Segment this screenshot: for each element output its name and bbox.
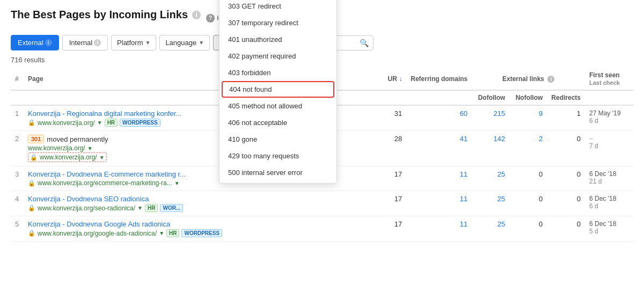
external-info-icon: i — [45, 39, 52, 46]
url-1: www.konverzija.org/ — [38, 119, 95, 127]
url-4: www.konverzija.org/seo-radionica/ — [38, 204, 135, 212]
col-header-nofollow: Nofollow — [509, 90, 547, 105]
dropdown-item-307[interactable]: 307 temporary redirect — [219, 14, 336, 31]
nofollow-link-1[interactable]: 9 — [539, 109, 543, 118]
tab-internal[interactable]: Internal i — [62, 35, 108, 50]
dropdown-item-406[interactable]: 406 not acceptable — [219, 114, 336, 131]
search-icon[interactable]: 🔍 — [360, 39, 369, 47]
dofollow-link-2[interactable]: 142 — [494, 135, 506, 143]
dropdown-item-402[interactable]: 402 payment required — [219, 48, 336, 64]
dropdown-item-405[interactable]: 405 method not allowed — [219, 98, 336, 114]
badge-wp-5: WORDPRESS — [181, 229, 222, 237]
url-arrow-3[interactable]: ▼ — [174, 180, 180, 186]
rd-link-5[interactable]: 11 — [460, 220, 467, 228]
col-header-firstseen: First seen Last check — [585, 68, 633, 90]
lock-icon-1: 🔒 — [28, 119, 35, 126]
lock-icon-3: 🔒 — [28, 180, 35, 187]
url-5: www.konverzija.org/google-ads-radionica/ — [38, 230, 157, 237]
http-code-dropdown-menu: All 200 ok 301 moved permanently 302 red… — [219, 0, 337, 184]
badge-wp-4: WOR... — [160, 204, 183, 212]
rd-link-1[interactable]: 60 — [460, 109, 467, 118]
dofollow-link-3[interactable]: 25 — [497, 170, 505, 178]
badge-hr-5: HR — [166, 229, 179, 237]
page-link-5[interactable]: Konverzija - Dvodnevna Google Ads radion… — [28, 220, 375, 228]
internal-info-icon: i — [94, 39, 101, 46]
dropdown-item-401[interactable]: 401 unauthorized — [219, 31, 336, 48]
dofollow-link-1[interactable]: 215 — [494, 109, 506, 118]
lock-icon-2: 🔒 — [30, 154, 38, 161]
badge-301: 301 — [28, 135, 44, 143]
url-2a: www.konverzija.org/ — [28, 144, 85, 152]
dropdown-item-500[interactable]: 500 internal server error — [219, 164, 336, 181]
lock-icon-4: 🔒 — [28, 204, 35, 211]
rd-link-4[interactable]: 11 — [460, 195, 467, 203]
col-header-redirects: Redirects — [547, 90, 585, 105]
language-caret-icon: ▼ — [199, 40, 204, 46]
badge-hr-1: HR — [105, 119, 118, 127]
ur-sort-icon: ↓ — [399, 75, 402, 83]
col-header-external-links: External links i — [472, 68, 585, 90]
table-wrapper: # Page UR ↓ Referring domains External l… — [11, 68, 633, 242]
rd-link-3[interactable]: 11 — [460, 170, 467, 178]
title-info-icon[interactable]: i — [192, 11, 201, 19]
platform-caret-icon: ▼ — [145, 40, 150, 46]
url-arrow-5[interactable]: ▼ — [159, 230, 164, 236]
url-3: www.konverzija.org/ecommerce-marketing-r… — [38, 179, 172, 187]
nofollow-link-2[interactable]: 2 — [539, 135, 543, 143]
badge-wp-1: WORDPRESS — [120, 119, 160, 127]
page-link-4[interactable]: Konverzija - Dvodnevna SEO radionica — [28, 195, 375, 203]
rd-link-2[interactable]: 41 — [460, 135, 467, 143]
dropdown-item-303[interactable]: 303 GET redirect — [219, 0, 336, 14]
col-header-ur[interactable]: UR ↓ — [379, 68, 406, 90]
dropdown-item-410[interactable]: 410 gone — [219, 131, 336, 148]
dropdown-item-403[interactable]: 403 forbidden — [219, 64, 336, 81]
page-title: The Best Pages by Incoming Links i — [11, 9, 201, 21]
table-row: 5 Konverzija - Dvodnevna Google Ads radi… — [11, 216, 633, 242]
language-dropdown[interactable]: Language ▼ — [159, 35, 210, 50]
dofollow-link-5[interactable]: 25 — [497, 220, 505, 228]
url-2b: www.konverzija.org/ — [40, 154, 97, 161]
dropdown-item-429[interactable]: 429 too many requests — [219, 148, 336, 164]
dropdown-item-404[interactable]: 404 not found — [222, 81, 334, 98]
dofollow-link-4[interactable]: 25 — [497, 195, 505, 203]
url-arrow-1[interactable]: ▼ — [97, 120, 103, 126]
url-arrow-2b[interactable]: ▼ — [99, 155, 105, 160]
moved-permanently-text: moved permanently — [47, 135, 108, 143]
col-header-dofollow: Dofollow — [472, 90, 509, 105]
lock-icon-5: 🔒 — [28, 230, 35, 237]
question-icon: ? — [206, 14, 215, 23]
platform-dropdown[interactable]: Platform ▼ — [111, 35, 156, 50]
badge-hr-4: HR — [145, 204, 158, 212]
url-arrow-4[interactable]: ▼ — [137, 205, 143, 211]
col-header-num: # — [11, 68, 24, 90]
col-header-rd: Referring domains — [406, 68, 472, 90]
tab-external[interactable]: External i — [11, 35, 59, 50]
table-row: 4 Konverzija - Dvodnevna SEO radionica 🔒… — [11, 191, 633, 216]
external-links-info-icon: i — [547, 76, 554, 83]
url-arrow-2a[interactable]: ▼ — [87, 145, 93, 151]
